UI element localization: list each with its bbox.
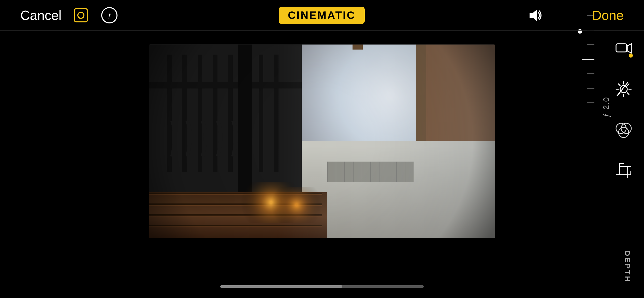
slider-tick-3 [587,44,594,45]
f-button[interactable]: f [100,6,119,24]
top-bar: Cancel f CINEMATIC [0,0,644,31]
svg-rect-0 [74,9,87,22]
svg-line-5 [562,10,567,14]
svg-line-14 [618,84,620,86]
preview-canvas [149,45,495,238]
top-bar-right: Done [525,6,624,24]
svg-line-15 [627,93,629,94]
right-tools [613,38,634,181]
focus-record-button[interactable] [72,6,90,24]
color-tool-button[interactable] [613,120,634,140]
crop-tool-button[interactable] [613,160,634,181]
cinematic-badge: CINEMATIC [279,7,365,24]
svg-line-6 [569,16,573,21]
depth-label: DEPTH [623,251,631,283]
svg-marker-4 [530,10,537,21]
cancel-button[interactable]: Cancel [20,8,62,23]
done-button[interactable]: Done [592,8,624,23]
video-preview [149,45,495,238]
svg-line-16 [627,84,629,86]
scrubber-progress [220,285,342,288]
slider-tick-7 [587,102,594,103]
video-active-dot [629,53,633,58]
svg-rect-7 [616,44,627,52]
slider-tick-5 [587,73,594,74]
adjust-tool-button[interactable] [613,79,634,99]
svg-point-1 [78,12,84,18]
scrubber-bar[interactable] [220,285,424,288]
svg-marker-8 [627,44,631,53]
resize-button[interactable] [559,6,577,24]
svg-text:f: f [108,11,111,19]
f-number-label: ƒ 2.0 [602,97,611,117]
slider-tick-6 [587,88,594,89]
video-tool-button[interactable] [613,38,634,59]
volume-button[interactable] [525,6,543,24]
svg-point-9 [620,86,627,93]
slider-tick-4-active [582,59,594,60]
top-bar-left: Cancel f [20,6,119,24]
